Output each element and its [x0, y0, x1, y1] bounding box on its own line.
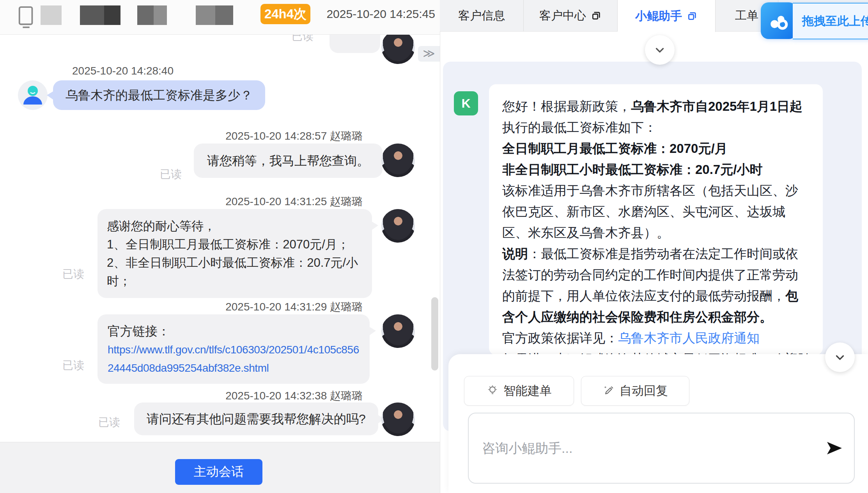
tab-label: 小鲲助手: [635, 8, 682, 24]
auto-reply-button[interactable]: 自动回复: [581, 376, 689, 406]
chevron-down-icon: [653, 43, 666, 57]
redacted-label: [41, 5, 62, 25]
chat-panel: 已读 2025-10-20 14:28:40 乌鲁木齐的最低工资标准是多少？ 2…: [0, 0, 440, 493]
cloud-upload-icon: [767, 9, 791, 33]
person-icon: [18, 80, 48, 110]
assistant-avatar: K: [454, 91, 478, 115]
redacted-label: [215, 5, 233, 25]
agent-avatar: [381, 403, 415, 436]
message-time: 2025-10-20 14:31:25 赵璐璐: [156, 194, 363, 209]
agent-message-bubble: 感谢您的耐心等待，1、全日制职工月最低工资标准：2070元/月；2、非全日制职工…: [97, 209, 372, 298]
send-icon[interactable]: [826, 440, 843, 456]
tab-label: 工单: [735, 8, 758, 24]
assistant-message-card: 您好！根据最新政策，乌鲁木齐市自2025年1月1日起执行的最低工资标准如下：全日…: [489, 84, 823, 355]
customer-message-bubble: 乌鲁木齐的最低工资标准是多少？: [53, 80, 265, 110]
message-time: 2025-10-20 14:31:29 赵璐璐: [156, 300, 363, 314]
link-label: 官方链接：: [108, 322, 361, 340]
customer-avatar: [18, 80, 48, 110]
assistant-message-text: 您好！根据最新政策，乌鲁木齐市自2025年1月1日起执行的最低工资标准如下：全日…: [502, 96, 810, 355]
read-status: 已读: [62, 358, 84, 373]
smart-ticket-button[interactable]: 智能建单: [464, 376, 574, 406]
redacted-label: [154, 5, 167, 25]
auto-reply-label: 自动回复: [620, 383, 668, 399]
chat-header: 24h4次 2025-10-20 14:25:45: [0, 0, 440, 35]
external-window-icon: [591, 10, 602, 21]
upload-label: 拖拽至此上传: [793, 3, 868, 39]
panel-divider: [440, 0, 440, 493]
chevron-down-icon: [833, 351, 847, 364]
device-icon: [17, 5, 36, 30]
agent-message-bubble: 请您稍等，我马上帮您查询。: [194, 144, 383, 178]
proactive-chat-button[interactable]: 主动会话: [175, 459, 262, 485]
tab-label: 客户中心: [539, 8, 586, 24]
scroll-to-bottom-button[interactable]: [825, 342, 855, 372]
agent-avatar: [381, 30, 415, 64]
tab-assistant[interactable]: 小鲲助手: [618, 0, 716, 32]
read-status: 已读: [98, 415, 120, 430]
chat-scrollbar-thumb[interactable]: [431, 297, 438, 371]
read-status: 已读: [62, 267, 84, 282]
official-link[interactable]: https://www.tlf.gov.cn/tlfs/c106303/2025…: [108, 344, 359, 374]
agent-message-bubble: 请问还有其他问题需要我帮您解决的吗?: [134, 403, 378, 435]
collapse-assistant-button[interactable]: [645, 35, 675, 65]
lightbulb-icon: [486, 385, 499, 397]
agent-avatar: [381, 144, 415, 177]
redacted-label: [196, 5, 215, 25]
tab-customer-info[interactable]: 客户信息: [440, 0, 524, 31]
upload-icon-box: [761, 2, 797, 39]
tab-customer-center[interactable]: 客户中心: [524, 0, 618, 31]
external-window-icon: [687, 11, 698, 21]
message-time: 2025-10-20 14:32:38 赵璐璐: [156, 388, 363, 403]
header-timestamp: 2025-10-20 14:25:45: [326, 0, 435, 28]
redacted-label: [104, 5, 120, 25]
assistant-composer: 智能建单 自动回复: [448, 354, 868, 493]
assistant-input-box: [468, 413, 855, 484]
status-badge: 24h4次: [260, 4, 310, 24]
agent-message-bubble: 官方链接： https://www.tlf.gov.cn/tlfs/c10630…: [97, 314, 370, 384]
message-time: 2025-10-20 14:28:57 赵璐璐: [156, 129, 363, 144]
agent-avatar: [381, 209, 415, 243]
drag-upload-overlay[interactable]: 拖拽至此上传: [761, 2, 868, 39]
agent-avatar: [381, 314, 415, 348]
collapse-panel-handle[interactable]: ≫: [418, 46, 440, 62]
tab-label: 客户信息: [458, 8, 505, 24]
message-time: 2025-10-20 14:28:40: [72, 65, 174, 77]
read-status: 已读: [160, 167, 182, 182]
pencil-icon: [602, 385, 615, 397]
assistant-input[interactable]: [481, 440, 826, 456]
smart-ticket-label: 智能建单: [503, 383, 552, 399]
redacted-label: [137, 5, 154, 25]
chat-footer: 主动会话: [0, 442, 440, 493]
redacted-label: [80, 5, 104, 25]
